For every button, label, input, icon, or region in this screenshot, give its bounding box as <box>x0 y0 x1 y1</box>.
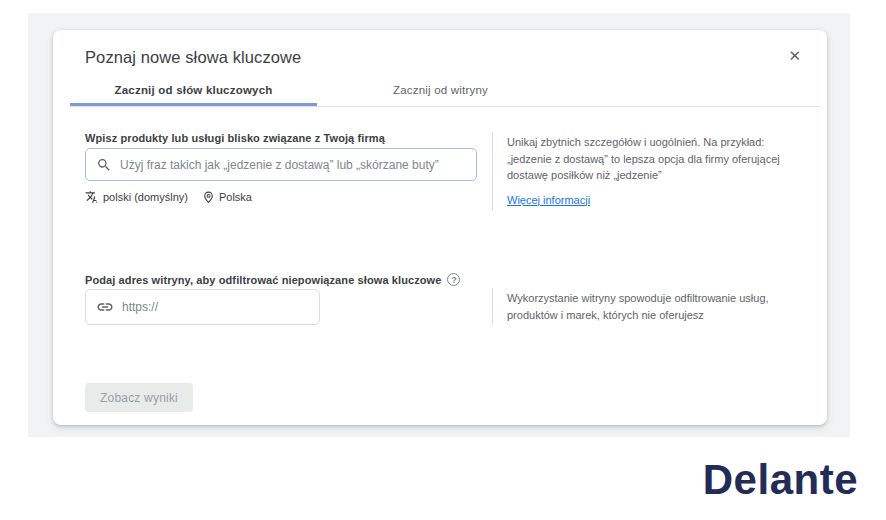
link-icon <box>96 298 114 316</box>
delante-logo: Delante <box>703 456 858 504</box>
keyword-input-box[interactable] <box>85 148 477 181</box>
keyword-help-text: Unikaj zbytnich szczegółów i uogólnień. … <box>507 136 780 181</box>
site-input-label: Podaj adres witryny, aby odfiltrować nie… <box>85 274 441 286</box>
translate-icon <box>85 190 99 204</box>
dialog-title: Poznaj nowe słowa kluczowe <box>85 48 301 67</box>
location-value: Polska <box>219 191 252 203</box>
location-pin-icon <box>202 191 215 204</box>
see-results-button[interactable]: Zobacz wyniki <box>85 383 193 412</box>
language-value: polski (domyślny) <box>103 191 188 203</box>
site-input-label-row: Podaj adres witryny, aby odfiltrować nie… <box>85 273 460 286</box>
targeting-row: polski (domyślny) Polska <box>85 190 252 204</box>
tab-start-with-website[interactable]: Zacznij od witryny <box>317 75 564 106</box>
language-chip[interactable]: polski (domyślny) <box>85 190 188 204</box>
site-url-input[interactable] <box>122 300 309 314</box>
close-icon[interactable]: ✕ <box>788 47 801 65</box>
site-input-box[interactable] <box>85 289 320 325</box>
location-chip[interactable]: Polska <box>202 191 252 204</box>
more-info-link[interactable]: Więcej informacji <box>507 192 590 209</box>
site-help-block: Wykorzystanie witryny spowoduje odfiltro… <box>492 288 804 325</box>
keyword-help-block: Unikaj zbytnich szczegółów i uogólnień. … <box>492 132 804 210</box>
search-icon <box>96 157 112 173</box>
site-help-text: Wykorzystanie witryny spowoduje odfiltro… <box>507 292 769 321</box>
keyword-planner-dialog: Poznaj nowe słowa kluczowe ✕ Zacznij od … <box>53 30 827 425</box>
keyword-input[interactable] <box>120 158 466 172</box>
help-icon[interactable]: ? <box>447 273 460 286</box>
keyword-input-label: Wpisz produkty lub usługi blisko związan… <box>85 132 385 144</box>
tab-bar: Zacznij od słów kluczowych Zacznij od wi… <box>70 75 820 107</box>
tab-start-with-keywords[interactable]: Zacznij od słów kluczowych <box>70 75 317 106</box>
